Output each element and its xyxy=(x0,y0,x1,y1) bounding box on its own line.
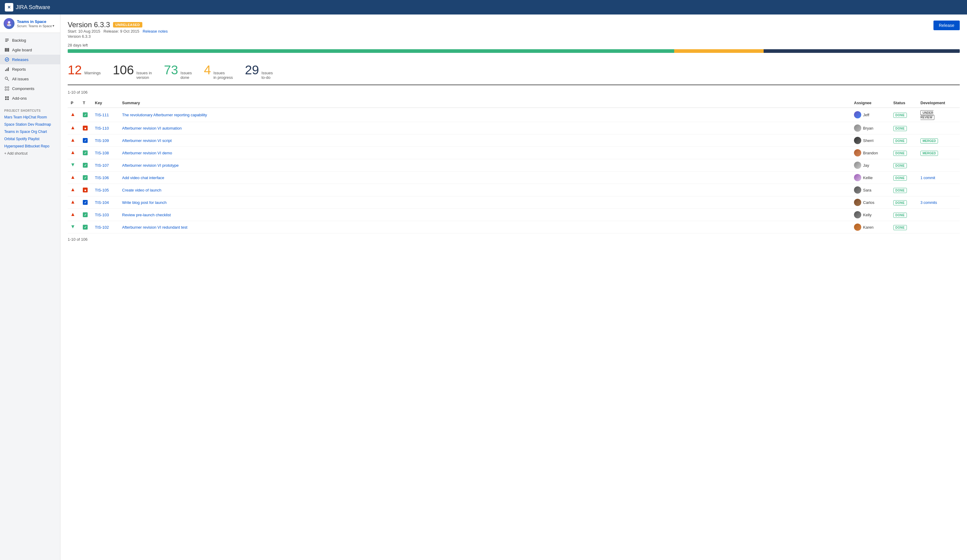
svg-rect-21 xyxy=(5,99,7,100)
issues-done-label: Issues done xyxy=(180,71,192,80)
summary-cell[interactable]: Afterburner revision VI redundant test xyxy=(119,221,851,234)
shortcut-hyperspeed-bitbucket[interactable]: Hyperspeed Bitbucket Repo xyxy=(0,143,60,150)
col-key: Key xyxy=(92,98,119,108)
summary-cell[interactable]: Review pre-launch checklist xyxy=(119,209,851,221)
summary-cell[interactable]: Afterburner revision VI prototype xyxy=(119,159,851,171)
dev-badge: MERGED xyxy=(921,151,938,156)
summary-cell[interactable]: The revolutionary Afterburner reporting … xyxy=(119,108,851,122)
table-row: ✓TIS-104Write blog post for launchCarlos… xyxy=(68,196,960,209)
all-issues-label: All issues xyxy=(12,77,29,81)
priority-high-icon xyxy=(71,176,75,180)
warnings-label: Warnings xyxy=(84,71,101,75)
status-cell: DONE xyxy=(890,134,917,147)
summary-cell[interactable]: Afterburner revision VI demo xyxy=(119,147,851,159)
status-badge: DONE xyxy=(893,113,907,118)
key-cell[interactable]: TIS-103 xyxy=(92,209,119,221)
key-cell[interactable]: TIS-108 xyxy=(92,147,119,159)
issues-todo-label: Issues to-do xyxy=(261,71,273,80)
days-left: 28 days left xyxy=(68,43,960,48)
type-icon-story: ✓ xyxy=(83,225,87,229)
assignee-name: Sherri xyxy=(863,138,874,143)
all-issues-icon xyxy=(4,76,10,82)
svg-rect-20 xyxy=(7,96,9,98)
sidebar-item-agile-board[interactable]: Agile board xyxy=(0,45,60,55)
key-cell[interactable]: TIS-111 xyxy=(92,108,119,122)
dev-commits[interactable]: 3 commits xyxy=(921,201,937,205)
progress-inprogress xyxy=(674,49,763,53)
key-cell[interactable]: TIS-102 xyxy=(92,221,119,234)
sidebar-item-add-ons[interactable]: Add-ons xyxy=(0,93,60,103)
assignee-cell: Bryan xyxy=(851,122,890,134)
key-cell[interactable]: TIS-104 xyxy=(92,196,119,209)
shortcut-teams-org-chart[interactable]: Teams in Space Org Chart xyxy=(0,128,60,135)
col-status: Status xyxy=(890,98,917,108)
shortcut-orbital-spotify[interactable]: Orbital Spotify Playlist xyxy=(0,135,60,143)
app-name: JIRA Software xyxy=(16,4,50,11)
unreleased-badge: UNRELEASED xyxy=(113,22,142,28)
add-shortcut[interactable]: + Add shortcut xyxy=(0,150,60,157)
sidebar-item-all-issues[interactable]: All issues xyxy=(0,74,60,84)
priority-high-icon xyxy=(71,113,75,117)
sidebar-item-releases[interactable]: Releases xyxy=(0,55,60,64)
sidebar-item-components[interactable]: Components xyxy=(0,84,60,93)
status-badge: DONE xyxy=(893,138,907,143)
assignee-name: Jay xyxy=(863,163,869,168)
status-cell: DONE xyxy=(890,122,917,134)
development-cell xyxy=(917,221,960,234)
sidebar-item-reports[interactable]: Reports xyxy=(0,64,60,74)
development-cell xyxy=(917,122,960,134)
summary-cell[interactable]: Afterburner revision VI script xyxy=(119,134,851,147)
svg-line-14 xyxy=(7,79,9,81)
key-cell[interactable]: TIS-107 xyxy=(92,159,119,171)
release-button[interactable]: Release xyxy=(934,21,960,30)
issues-version-label: Issues in version xyxy=(136,71,152,80)
project-name[interactable]: Teams in Space xyxy=(17,19,54,24)
svg-point-18 xyxy=(8,89,9,91)
summary-cell[interactable]: Afterburner revision VI automation xyxy=(119,122,851,134)
summary-cell[interactable]: Create video of launch xyxy=(119,184,851,196)
shortcuts-title: PROJECT SHORTCUTS xyxy=(0,105,60,114)
type-icon-bug: ■ xyxy=(83,126,87,130)
reports-label: Reports xyxy=(12,67,26,72)
status-cell: DONE xyxy=(890,221,917,234)
svg-marker-30 xyxy=(71,201,74,204)
assignee-cell: Jeff xyxy=(851,108,890,122)
shortcut-space-station[interactable]: Space Station Dev Roadmap xyxy=(0,121,60,128)
components-icon xyxy=(4,86,10,91)
sidebar-item-backlog[interactable]: Backlog xyxy=(0,35,60,45)
svg-rect-8 xyxy=(8,48,9,52)
table-row: ✓TIS-107Afterburner revision VI prototyp… xyxy=(68,159,960,171)
dev-commits[interactable]: 1 commit xyxy=(921,176,935,180)
key-cell[interactable]: TIS-110 xyxy=(92,122,119,134)
col-assignee: Assignee xyxy=(851,98,890,108)
key-cell[interactable]: TIS-109 xyxy=(92,134,119,147)
avatar xyxy=(854,224,861,231)
svg-marker-29 xyxy=(71,188,74,191)
summary-cell[interactable]: Add video chat interface xyxy=(119,171,851,184)
svg-rect-5 xyxy=(5,41,8,42)
version-title: Version 6.3.3 xyxy=(68,21,110,29)
add-ons-icon xyxy=(4,96,10,101)
summary-cell[interactable]: Write blog post for launch xyxy=(119,196,851,209)
svg-rect-22 xyxy=(7,99,9,100)
type-icon-story: ✓ xyxy=(83,163,87,168)
shortcut-mars-hipchat[interactable]: Mars Team HipChat Room xyxy=(0,114,60,121)
development-cell: UNDERREVIEW xyxy=(917,108,960,122)
assignee-cell: Jay xyxy=(851,159,890,171)
app-logo: ✕ JIRA Software xyxy=(5,3,50,12)
stat-issues-done: 73 Issues done xyxy=(164,64,192,80)
table-row: ■TIS-105Create video of launchSaraDONE xyxy=(68,184,960,196)
development-cell xyxy=(917,159,960,171)
type-cell: ✓ xyxy=(80,196,92,209)
avatar xyxy=(854,124,861,132)
table-body: ✓TIS-111The revolutionary Afterburner re… xyxy=(68,108,960,234)
priority-cell xyxy=(68,171,80,184)
key-cell[interactable]: TIS-106 xyxy=(92,171,119,184)
table-row: ✓TIS-102Afterburner revision VI redundan… xyxy=(68,221,960,234)
status-badge: DONE xyxy=(893,126,907,131)
svg-marker-25 xyxy=(71,138,74,142)
type-cell: ✓ xyxy=(80,171,92,184)
table-header: P T Key Summary Assignee Status Developm… xyxy=(68,98,960,108)
release-notes-link[interactable]: Release notes xyxy=(143,29,168,33)
key-cell[interactable]: TIS-105 xyxy=(92,184,119,196)
